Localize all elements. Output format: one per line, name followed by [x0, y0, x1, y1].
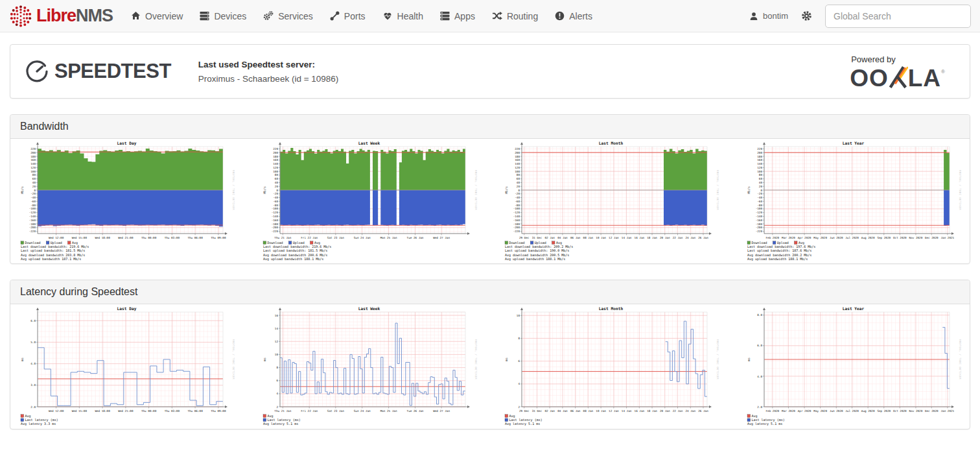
svg-text:Mb/s: Mb/s — [21, 186, 24, 194]
nav-item-apps[interactable]: Apps — [440, 11, 475, 21]
svg-text:-120: -120 — [271, 211, 278, 214]
services-icon — [263, 11, 274, 21]
svg-text:Wed 12:00: Wed 12:00 — [49, 236, 64, 239]
svg-text:Wed 12:00: Wed 12:00 — [49, 409, 64, 413]
svg-text:12 Jan: 12 Jan — [609, 236, 619, 239]
svg-text:RRDTOOL / TOBI OETIKER: RRDTOOL / TOBI OETIKER — [232, 339, 235, 380]
svg-text:140: 140 — [515, 162, 520, 165]
username: bontim — [763, 11, 788, 21]
svg-text:-40: -40 — [757, 196, 762, 199]
svg-text:100: 100 — [757, 170, 762, 173]
nav-item-routing[interactable]: Routing — [492, 11, 538, 21]
svg-text:160: 160 — [757, 158, 762, 162]
svg-text:6.0: 6.0 — [30, 319, 36, 322]
svg-text:Fri 22 Jan: Fri 22 Jan — [301, 236, 318, 239]
svg-text:-60: -60 — [30, 200, 36, 203]
svg-text:-220: -220 — [271, 230, 278, 233]
svg-text:100: 100 — [515, 170, 520, 173]
latency-graph-last-year[interactable]: 2.04.06.08.0Feb 2020Mar 2020Apr 2020May … — [745, 306, 962, 428]
svg-text:-180: -180 — [513, 223, 520, 226]
svg-text:-140: -140 — [513, 215, 520, 218]
svg-text:Tue 26 Jan: Tue 26 Jan — [406, 409, 423, 413]
librenms-brand[interactable]: LibreNMS — [9, 5, 113, 28]
svg-text:-60: -60 — [515, 200, 520, 203]
svg-text:14: 14 — [274, 327, 278, 330]
devices-icon — [200, 11, 209, 21]
bandwidth-graph-last-year[interactable]: -220-200-180-160-140-120-100-80-60-40-20… — [745, 140, 962, 262]
svg-text:180: 180 — [515, 155, 520, 158]
svg-text:-120: -120 — [29, 211, 36, 214]
svg-text:Thu 03:00: Thu 03:00 — [165, 236, 180, 239]
navbar-right: bontim — [749, 5, 971, 28]
svg-text:Sat 23 Jan: Sat 23 Jan — [327, 409, 344, 413]
svg-text:Jun 2020: Jun 2020 — [830, 236, 843, 239]
svg-text:5.0: 5.0 — [30, 341, 36, 344]
svg-text:Jun 2020: Jun 2020 — [830, 409, 843, 413]
latency-graph-last-day[interactable]: 2.03.04.05.06.0Wed 12:00Wed 15:00Wed 18:… — [18, 306, 235, 428]
svg-text:Sun 24 Jan: Sun 24 Jan — [353, 236, 370, 239]
svg-text:-160: -160 — [29, 219, 36, 222]
svg-text:Nov 2020: Nov 2020 — [909, 409, 923, 413]
nav-item-devices[interactable]: Devices — [200, 11, 246, 21]
global-search-input[interactable] — [825, 5, 971, 28]
svg-text:-180: -180 — [756, 223, 763, 226]
svg-text:Last Year: Last Year — [843, 306, 865, 311]
svg-text:31 Dec: 31 Dec — [532, 409, 542, 413]
svg-text:Sun 24 Jan: Sun 24 Jan — [353, 409, 370, 413]
nav-item-overview[interactable]: Overview — [131, 11, 183, 21]
ookla-wordmark: OO LA ® — [850, 66, 945, 89]
nav-item-ports[interactable]: Ports — [330, 11, 366, 21]
svg-text:8: 8 — [519, 337, 520, 340]
nav-item-alerts[interactable]: Alerts — [555, 11, 592, 21]
svg-text:-80: -80 — [273, 204, 278, 207]
svg-text:Last Month: Last Month — [599, 141, 624, 145]
svg-text:Jul 2020: Jul 2020 — [845, 236, 859, 239]
powered-by-text: Powered by — [850, 54, 945, 64]
svg-text:Thu 21 Jan: Thu 21 Jan — [274, 409, 291, 413]
svg-text:Download: Download — [509, 241, 525, 245]
svg-text:20: 20 — [32, 185, 36, 188]
svg-text:8: 8 — [276, 366, 278, 369]
svg-text:60: 60 — [32, 177, 36, 180]
svg-text:60: 60 — [274, 177, 278, 180]
svg-text:-120: -120 — [756, 211, 763, 214]
svg-text:-160: -160 — [271, 219, 278, 222]
latency-graph-last-month[interactable]: 24681029 Dec31 Dec02 Jan04 Jan06 Jan08 J… — [502, 306, 719, 428]
svg-text:Wed 18:00: Wed 18:00 — [95, 409, 110, 413]
svg-text:2.0: 2.0 — [30, 405, 36, 409]
svg-text:6.0: 6.0 — [757, 344, 762, 347]
svg-text:Last download bandwidth: 197.6: Last download bandwidth: 197.6 Mb/s — [747, 245, 815, 248]
svg-text:-220: -220 — [756, 230, 763, 233]
svg-text:Download: Download — [751, 241, 767, 245]
nav-item-health[interactable]: Health — [382, 11, 423, 21]
user-menu[interactable]: bontim — [749, 11, 788, 21]
settings-menu[interactable] — [801, 10, 812, 21]
page-content: SPEEDTEST Last used Speedtest server: Pr… — [0, 32, 980, 458]
svg-text:160: 160 — [515, 158, 520, 162]
svg-text:-120: -120 — [513, 211, 520, 214]
svg-text:2: 2 — [276, 405, 278, 409]
svg-text:-220: -220 — [29, 230, 36, 233]
svg-text:-180: -180 — [29, 223, 36, 226]
latency-graph-last-week[interactable]: 246810121416Thu 21 JanFri 22 JanSat 23 J… — [261, 306, 478, 428]
bandwidth-graph-last-day[interactable]: -220-200-180-160-140-120-100-80-60-40-20… — [18, 140, 235, 262]
svg-text:2: 2 — [519, 405, 520, 409]
svg-text:29 Dec: 29 Dec — [519, 236, 530, 239]
bandwidth-graph-last-week[interactable]: -220-200-180-160-140-120-100-80-60-40-20… — [261, 140, 478, 262]
svg-text:20: 20 — [274, 185, 278, 188]
bandwidth-graph-last-month[interactable]: -220-200-180-160-140-120-100-80-60-40-20… — [502, 140, 719, 262]
svg-text:120: 120 — [757, 166, 762, 169]
svg-text:Last download bandwidth: 219.6: Last download bandwidth: 219.6 Mb/s — [21, 245, 89, 248]
speedtest-gauge-icon — [25, 59, 49, 84]
svg-text:200: 200 — [515, 151, 520, 154]
svg-text:16 Jan: 16 Jan — [635, 236, 645, 239]
svg-text:80: 80 — [32, 173, 36, 176]
svg-text:Thu 03:00: Thu 03:00 — [165, 409, 180, 413]
svg-text:02 Jan: 02 Jan — [545, 236, 555, 239]
nav-item-services[interactable]: Services — [263, 11, 313, 21]
svg-text:10 Jan: 10 Jan — [596, 409, 607, 413]
svg-text:06 Jan: 06 Jan — [570, 236, 581, 239]
svg-text:Oct 2020: Oct 2020 — [893, 409, 907, 413]
svg-text:RRDTOOL / TOBI OETIKER: RRDTOOL / TOBI OETIKER — [959, 339, 961, 380]
svg-text:20: 20 — [517, 185, 520, 188]
